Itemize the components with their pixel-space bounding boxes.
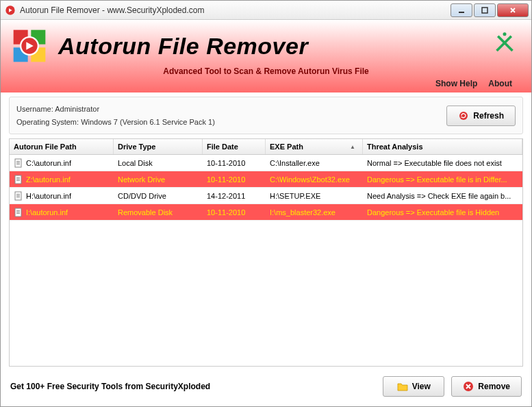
th-drive[interactable]: Drive Type (114, 139, 203, 154)
cell-path: H:\autorun.inf (10, 191, 114, 201)
folder-icon (397, 381, 408, 392)
refresh-label: Refresh (473, 111, 504, 121)
svg-rect-17 (16, 180, 20, 181)
maximize-button[interactable] (474, 3, 496, 17)
header-band: Autorun File Remover Advanced Tool to Sc… (1, 20, 531, 92)
table-row[interactable]: I:\autorun.infRemovable Disk10-11-2010I:… (10, 204, 522, 221)
table-row[interactable]: H:\autorun.infCD/DVD Drive14-12-2011H:\S… (10, 188, 522, 204)
titlebar: Autorun File Remover - www.SecurityXplod… (1, 1, 531, 20)
cell-date: 10-11-2010 (203, 208, 266, 217)
remove-button[interactable]: Remove (451, 376, 522, 397)
svg-rect-23 (16, 210, 20, 211)
file-icon (14, 208, 23, 217)
cell-threat: Normal => Executable file does not exist (363, 159, 522, 167)
th-path[interactable]: Autorun File Path (10, 139, 114, 154)
th-date[interactable]: File Date (203, 139, 266, 154)
username-value: Administrator (55, 105, 99, 113)
cell-path: Z:\autorun.inf (10, 175, 114, 184)
swords-icon (493, 29, 516, 53)
th-exe[interactable]: EXE Path▲ (266, 139, 363, 154)
cell-exe: H:\SETUP.EXE (266, 192, 363, 200)
refresh-button[interactable]: Refresh (446, 106, 516, 126)
app-window: Autorun File Remover - www.SecurityXplod… (0, 0, 532, 407)
svg-rect-21 (16, 197, 20, 197)
cell-path: C:\autorun.inf (10, 158, 114, 168)
app-title: Autorun File Remover (58, 33, 308, 60)
svg-rect-11 (16, 161, 20, 162)
cell-threat: Dangerous => Executable file is Hidden (363, 208, 522, 217)
app-icon (5, 5, 16, 16)
svg-rect-25 (16, 213, 20, 214)
refresh-icon (458, 110, 469, 121)
table-row[interactable]: Z:\autorun.infNetwork Drive10-11-2010C:\… (10, 171, 522, 188)
cell-drive: Local Disk (114, 159, 203, 167)
cell-date: 10-11-2010 (203, 159, 266, 167)
footer: Get 100+ Free Security Tools from Securi… (1, 367, 531, 406)
cell-exe: I:\ms_blaster32.exe (266, 208, 363, 217)
header-logo: Autorun File Remover (10, 27, 522, 65)
table-header: Autorun File Path Drive Type File Date E… (10, 139, 522, 155)
svg-point-8 (503, 32, 506, 36)
cell-drive: Removable Disk (114, 208, 203, 217)
svg-rect-2 (482, 8, 487, 13)
file-icon (14, 158, 23, 168)
th-threat[interactable]: Threat Analysis (363, 139, 522, 154)
window-controls (451, 3, 529, 17)
sort-indicator-icon: ▲ (350, 144, 355, 150)
svg-rect-19 (16, 194, 20, 195)
view-label: View (412, 382, 431, 391)
cell-threat: Dangerous => Executable file is in Diffe… (363, 175, 522, 184)
results-table: Autorun File Path Drive Type File Date E… (9, 138, 523, 367)
logo-icon (10, 27, 49, 65)
cell-exe: C:\Windows\Zbot32.exe (266, 175, 363, 184)
footer-text: Get 100+ Free Security Tools from Securi… (10, 382, 376, 391)
titlebar-text: Autorun File Remover - www.SecurityXplod… (20, 5, 451, 15)
svg-rect-20 (16, 195, 20, 196)
svg-rect-16 (16, 179, 20, 180)
view-button[interactable]: View (383, 376, 444, 397)
cell-date: 10-11-2010 (203, 175, 266, 184)
remove-label: Remove (478, 382, 510, 391)
svg-rect-15 (16, 177, 20, 178)
cell-date: 14-12-2011 (203, 192, 266, 200)
os-value: Windows 7 (Version 6.1 Service Pack 1) (81, 118, 215, 126)
file-icon (14, 175, 23, 184)
minimize-button[interactable] (451, 3, 472, 17)
close-button[interactable] (497, 3, 529, 17)
os-label: Operating System: (16, 118, 79, 126)
cell-threat: Need Analysis => Check EXE file again b.… (363, 192, 522, 200)
svg-rect-12 (16, 162, 20, 163)
file-icon (14, 191, 23, 201)
about-link[interactable]: About (488, 79, 512, 88)
svg-rect-24 (16, 212, 20, 212)
cell-drive: CD/DVD Drive (114, 192, 203, 200)
show-help-link[interactable]: Show Help (435, 79, 477, 88)
cell-drive: Network Drive (114, 175, 203, 184)
svg-rect-1 (459, 12, 464, 13)
svg-rect-13 (16, 164, 20, 164)
svg-point-9 (459, 112, 468, 120)
info-lines: Username: Administrator Operating System… (16, 103, 215, 128)
menu-row: Show Help About (10, 76, 522, 91)
subtitle: Advanced Tool to Scan & Remove Autorun V… (10, 66, 522, 76)
cell-exe: C:\Installer.exe (266, 159, 363, 167)
table-body: C:\autorun.infLocal Disk10-11-2010C:\Ins… (10, 155, 522, 221)
remove-icon (463, 381, 474, 392)
table-row[interactable]: C:\autorun.infLocal Disk10-11-2010C:\Ins… (10, 155, 522, 171)
info-panel: Username: Administrator Operating System… (9, 97, 523, 134)
cell-path: I:\autorun.inf (10, 208, 114, 217)
username-label: Username: (16, 105, 53, 113)
